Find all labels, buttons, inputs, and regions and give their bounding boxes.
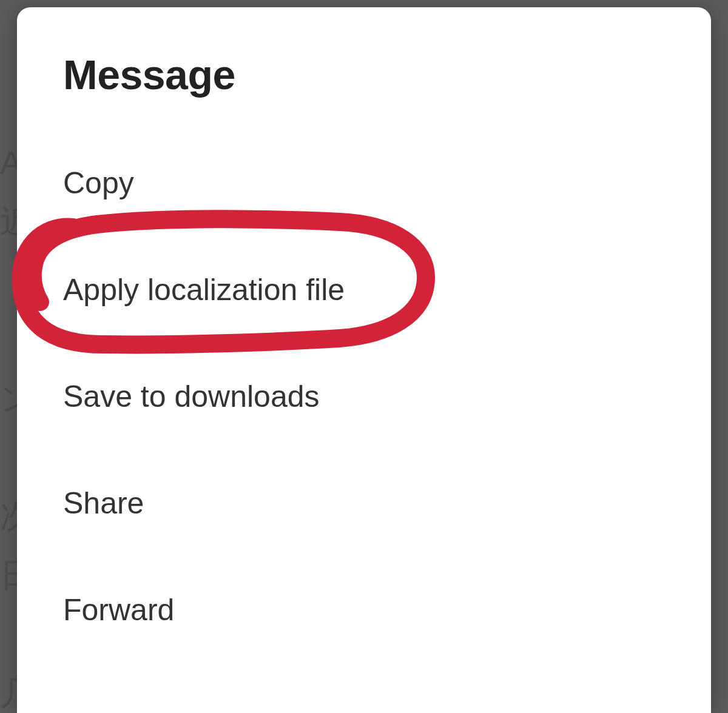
menu-item-save-to-downloads[interactable]: Save to downloads — [63, 378, 665, 415]
dialog-title: Message — [63, 51, 665, 98]
menu-item-copy[interactable]: Copy — [63, 165, 665, 201]
menu-item-forward[interactable]: Forward — [63, 592, 665, 628]
message-context-menu: Message Copy Apply localization file Sav… — [17, 7, 711, 713]
menu-item-share[interactable]: Share — [63, 485, 665, 521]
menu-item-apply-localization-file[interactable]: Apply localization file — [63, 272, 665, 308]
